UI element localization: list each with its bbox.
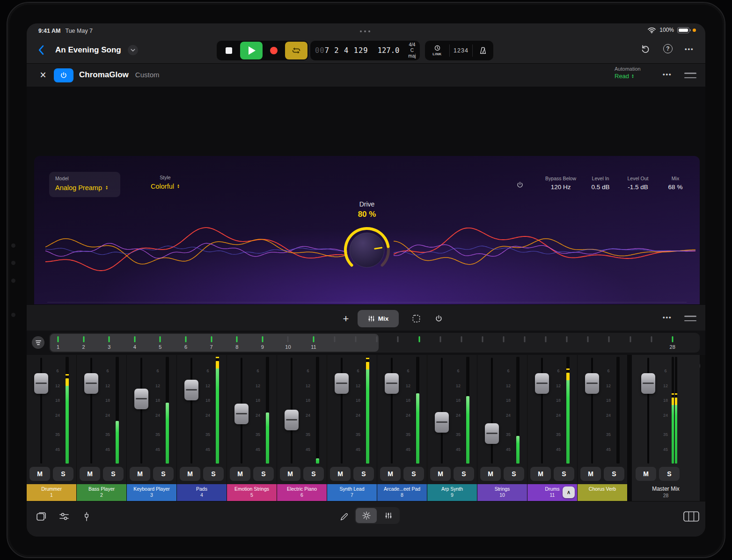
- solo-button[interactable]: S: [554, 467, 574, 481]
- track-header[interactable]: Drummer1: [27, 484, 76, 501]
- solo-button[interactable]: S: [604, 467, 624, 481]
- channel-strip-drums[interactable]: 61218243545MSDrums11∧: [527, 355, 577, 501]
- mute-button[interactable]: M: [230, 467, 250, 481]
- channel-strip-electric-piano[interactable]: 61218243545MSElectric Piano6: [277, 355, 327, 501]
- volume-fader[interactable]: [335, 373, 349, 394]
- channel-strip-keyboard-player[interactable]: 61218243545MSKeyboard Player3: [127, 355, 176, 501]
- track-header[interactable]: Emotion Strings5: [227, 484, 277, 501]
- overview-track-number[interactable]: 11: [311, 344, 316, 350]
- track-header[interactable]: Pads4: [177, 484, 227, 501]
- automation-control[interactable]: Automation Read ▲▼: [615, 66, 641, 80]
- play-button[interactable]: [240, 42, 263, 59]
- solo-button[interactable]: S: [153, 467, 174, 481]
- track-header[interactable]: Strings10: [477, 484, 527, 501]
- volume-fader[interactable]: [535, 373, 549, 394]
- solo-button[interactable]: S: [504, 467, 524, 481]
- keyboard-button[interactable]: [681, 509, 702, 523]
- mute-button[interactable]: M: [430, 467, 451, 481]
- track-header[interactable]: Arcade...eet Pad8: [377, 484, 427, 501]
- overview-track-number[interactable]: 4: [133, 344, 136, 350]
- channel-strip-pads[interactable]: 61218243545MSPads4: [177, 355, 227, 501]
- solo-button[interactable]: S: [659, 467, 680, 481]
- mixer-power-button[interactable]: [428, 310, 449, 327]
- song-title[interactable]: An Evening Song: [55, 45, 121, 55]
- solo-button[interactable]: S: [303, 467, 324, 481]
- overview-track-number[interactable]: 1: [57, 344, 59, 350]
- channel-strip-bass-player[interactable]: 61218243545MSBass Player2: [77, 355, 126, 501]
- volume-fader[interactable]: [184, 380, 198, 400]
- solo-button[interactable]: S: [253, 467, 274, 481]
- volume-fader[interactable]: [84, 373, 98, 394]
- controls-button[interactable]: [57, 509, 71, 523]
- track-header[interactable]: Bass Player2: [77, 484, 126, 501]
- drive-value[interactable]: 80 %: [34, 210, 700, 219]
- mute-button[interactable]: M: [330, 467, 351, 481]
- track-header[interactable]: Arp Synth9: [427, 484, 477, 501]
- volume-fader[interactable]: [435, 412, 449, 433]
- help-button[interactable]: ?: [663, 44, 673, 53]
- mute-button[interactable]: M: [130, 467, 150, 481]
- mute-button[interactable]: M: [280, 467, 300, 481]
- plugin-power-button[interactable]: [54, 68, 73, 82]
- volume-fader[interactable]: [134, 389, 148, 409]
- count-in-button[interactable]: 1234: [450, 47, 472, 54]
- channel-strip-strings[interactable]: 61218243545MSStrings10: [477, 355, 527, 501]
- track-header[interactable]: Synth Lead7: [327, 484, 377, 501]
- expand-track-stack-button[interactable]: ∧: [563, 486, 575, 498]
- mixer-track-overview[interactable]: 123456789101128: [49, 333, 700, 353]
- overview-track-number[interactable]: 8: [235, 344, 238, 350]
- tempo-display[interactable]: 127.0: [373, 46, 404, 55]
- smart-controls-button[interactable]: [356, 508, 377, 523]
- volume-fader[interactable]: [34, 373, 48, 394]
- channel-strip-arcade-eet-pad[interactable]: 61218243545MSArcade...eet Pad8: [377, 355, 427, 501]
- style-selector[interactable]: Style Colorful ▲▼: [139, 175, 191, 191]
- model-value[interactable]: Analog Preamp: [55, 184, 102, 192]
- overview-track-number[interactable]: 2: [82, 344, 85, 350]
- multitasking-indicator[interactable]: [360, 30, 370, 32]
- mute-button[interactable]: M: [80, 467, 100, 481]
- channel-strip-emotion-strings[interactable]: 61218243545MSEmotion Strings5: [227, 355, 277, 501]
- playhead-position[interactable]: 007 2 4 129: [310, 46, 373, 55]
- solo-button[interactable]: S: [403, 467, 424, 481]
- input-button[interactable]: [80, 509, 94, 523]
- plugin-more-button[interactable]: •••: [663, 71, 672, 78]
- mixer-drag-handle[interactable]: [684, 316, 696, 321]
- mute-button[interactable]: M: [380, 467, 401, 481]
- solo-button[interactable]: S: [353, 467, 374, 481]
- key-signature-display[interactable]: 4/4 C maj: [404, 42, 420, 59]
- mute-button[interactable]: M: [580, 467, 601, 481]
- model-selector[interactable]: Model Analog Preamp ▲▼: [49, 172, 120, 197]
- param-value[interactable]: 120 Hz: [545, 184, 576, 191]
- solo-button[interactable]: S: [53, 467, 73, 481]
- channel-strip-arp-synth[interactable]: 61218243545MSArp Synth9: [427, 355, 477, 501]
- undo-button[interactable]: [641, 44, 650, 53]
- mute-button[interactable]: M: [29, 467, 50, 481]
- style-value[interactable]: Colorful: [151, 183, 174, 190]
- plugin-preset-name[interactable]: Custom: [135, 71, 160, 79]
- mute-button[interactable]: M: [480, 467, 501, 481]
- track-header[interactable]: Electric Piano6: [277, 484, 327, 501]
- mute-button[interactable]: M: [180, 467, 200, 481]
- channel-strip-chorus-verb[interactable]: 61218243545MSChorus Verb: [578, 355, 627, 501]
- track-header[interactable]: Keyboard Player3: [127, 484, 176, 501]
- song-menu-button[interactable]: [128, 45, 138, 55]
- volume-fader[interactable]: [285, 410, 299, 430]
- stop-button[interactable]: [218, 42, 240, 59]
- mute-button[interactable]: M: [530, 467, 551, 481]
- volume-fader[interactable]: [385, 373, 399, 394]
- link-button[interactable]: LINK: [425, 45, 449, 56]
- volume-fader[interactable]: [585, 373, 599, 394]
- browser-button[interactable]: [34, 509, 48, 523]
- close-plugin-button[interactable]: ×: [37, 68, 49, 82]
- multiselect-button[interactable]: [405, 310, 427, 327]
- overview-track-number[interactable]: 7: [210, 344, 213, 350]
- overview-track-number[interactable]: 3: [108, 344, 110, 350]
- solo-button[interactable]: S: [203, 467, 224, 481]
- track-header[interactable]: Chorus Verb: [578, 484, 627, 501]
- mix-view-button[interactable]: Mix: [358, 310, 399, 327]
- overview-track-number[interactable]: 6: [184, 344, 187, 350]
- plugin-drag-handle[interactable]: [684, 73, 696, 78]
- param-value[interactable]: 68 %: [662, 184, 688, 191]
- solo-button[interactable]: S: [103, 467, 124, 481]
- param-value[interactable]: 0.5 dB: [587, 184, 614, 191]
